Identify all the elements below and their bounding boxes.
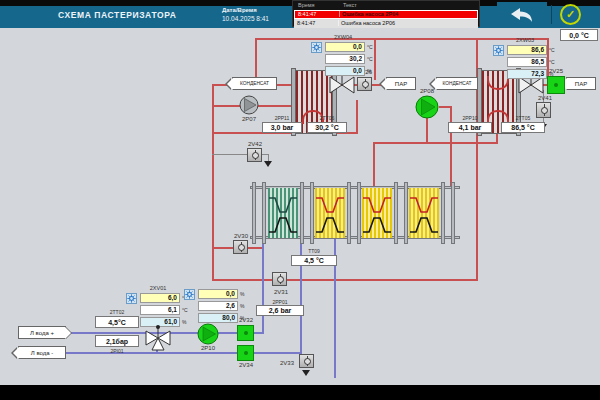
datetime-label: Дата/Время — [222, 7, 257, 13]
tag-label: Л вода - — [31, 350, 53, 356]
gear-icon[interactable] — [126, 293, 137, 304]
tag-steam-right: ПАР — [566, 77, 596, 90]
plate-pasteurizer[interactable] — [248, 182, 464, 246]
three-way-valve-2xv01[interactable] — [144, 322, 172, 352]
setpoint-value[interactable]: 0,0 — [325, 42, 365, 52]
plate-pack-heating-1 — [315, 188, 345, 238]
display-pp11: 3,0 bar — [262, 122, 302, 133]
display-tt05: 86,5 °C — [501, 122, 545, 133]
pipe-p08-down — [426, 118, 428, 144]
frame-bar — [404, 182, 408, 244]
pump-2p08[interactable] — [415, 95, 439, 119]
unit: % — [367, 68, 371, 74]
pump-2p07[interactable] — [239, 95, 259, 115]
valve-2v34[interactable] — [237, 345, 254, 361]
bottom-black-bar — [0, 385, 600, 400]
frame-bar — [394, 182, 398, 244]
tag-condensate-right: КОНДЕНСАТ — [436, 77, 478, 90]
valve-label: 2V33 — [276, 360, 298, 366]
valve-label: 2V42 — [244, 141, 266, 147]
output-value: 72,3 — [507, 69, 547, 79]
alarm-text: Ошибка насоса 2Р04 — [339, 11, 477, 17]
plate-pack-heating-3 — [409, 188, 439, 238]
pipe-hot-left-vertical — [212, 84, 214, 281]
alarm-text: Ошибка насоса 2Р06 — [338, 20, 478, 26]
display-label: 2TT02 — [95, 309, 139, 315]
alarm-col-time: Время — [298, 2, 315, 8]
actual-value: 6,1 — [140, 305, 180, 315]
frame-bar — [347, 182, 351, 244]
faceplate-label: 2XW04 — [311, 34, 375, 40]
pump-2p10[interactable] — [197, 323, 219, 345]
pipe-p08-to-hx — [373, 142, 497, 144]
faceplate-label: 2XW03 — [493, 37, 557, 43]
display-tt06: 30,2 °C — [307, 122, 347, 133]
frame-bar — [252, 182, 256, 244]
unit: % — [549, 71, 553, 77]
actual-value: 2,6 — [198, 301, 238, 311]
valve-label: 2V30 — [230, 233, 252, 239]
valve-label: 2V41 — [534, 95, 556, 101]
unit: % — [240, 303, 244, 309]
tag-label: ПАР — [575, 81, 587, 87]
pump-label: 2P07 — [238, 116, 260, 122]
alarm-row[interactable]: 8:41:47 Ошибка насоса 2Р06 — [294, 19, 478, 28]
tag-ice-water-return: Л вода - — [18, 346, 66, 359]
display-tt02: 4,5°C — [95, 316, 139, 328]
display-tt09: 4,5 °C — [291, 255, 337, 266]
pipe-hot-bottom — [212, 279, 478, 281]
valve-2v32[interactable] — [237, 325, 254, 341]
faceplate-label: 2XV01 — [126, 285, 190, 291]
output-value: 0,0 — [325, 66, 365, 76]
gear-icon[interactable] — [184, 289, 195, 300]
display-label: 2PP10 — [448, 115, 492, 121]
drain-arrow-icon — [302, 370, 310, 376]
output-value: 80,0 — [198, 313, 238, 323]
gear-icon[interactable] — [493, 45, 504, 56]
alarm-time: 8:41:47 — [295, 11, 339, 17]
back-button[interactable] — [497, 2, 547, 27]
frame-bar — [441, 182, 445, 244]
page-title: СХЕМА ПАСТЕРИЗАТОРА — [58, 10, 176, 20]
valve-2v30[interactable] — [233, 240, 248, 254]
valve-2v33[interactable] — [299, 354, 314, 368]
unit: °C — [549, 59, 555, 65]
header-divider — [551, 5, 552, 24]
datetime-value: 10.04.2025 8:41 — [222, 15, 269, 22]
alarm-table-header: Время Текст — [293, 2, 479, 10]
tag-label: КОНДЕНСАТ — [443, 81, 472, 86]
faceplate-2xw04: 2XW04 0,0 30,2 0,0 °C °C % — [311, 34, 375, 78]
unit: % — [240, 291, 244, 297]
valve-2v31[interactable] — [272, 272, 287, 286]
display-label: 2TT05 — [501, 115, 545, 121]
tag-label: КОНДЕНСАТ — [240, 81, 269, 86]
setpoint-value[interactable]: 86,6 — [507, 45, 547, 55]
pipe-hot-valve-return — [356, 100, 358, 134]
frame-bar — [357, 182, 361, 244]
reply-arrow-icon — [509, 6, 535, 24]
pump-label: 2P08 — [415, 88, 439, 94]
alarm-time: 8:41:47 — [294, 20, 338, 26]
valve-2v42[interactable] — [247, 148, 262, 162]
header-bar: СХЕМА ПАСТЕРИЗАТОРА Дата/Время 10.04.202… — [0, 0, 600, 28]
valve-2v26[interactable] — [357, 77, 372, 91]
pipe-v42-line — [212, 154, 247, 155]
tag-label: ПАР — [395, 81, 407, 87]
plate-pack-cooling — [268, 188, 298, 238]
check-icon: ✓ — [566, 8, 575, 21]
drain-arrow-icon — [264, 161, 272, 167]
setpoint-value[interactable]: 0,0 — [198, 289, 238, 299]
plate-pack-heating-2 — [362, 188, 392, 238]
alarm-col-text: Текст — [343, 2, 357, 8]
acknowledge-button[interactable]: ✓ — [560, 4, 581, 25]
valve-label: 2V34 — [235, 362, 257, 368]
frame-bar — [451, 182, 455, 244]
display-pi01: 2,1бар — [95, 335, 139, 347]
alarm-row-active[interactable]: 8:41:47 Ошибка насоса 2Р04 — [294, 10, 478, 19]
gear-icon[interactable] — [311, 42, 322, 53]
display-pp10: 4,1 bar — [448, 122, 492, 133]
display-label: 2TT06 — [307, 115, 347, 121]
pipe-cold-riser-1 — [262, 238, 264, 334]
display-label: TT09 — [291, 248, 337, 254]
setpoint-value[interactable]: 6,0 — [140, 293, 180, 303]
